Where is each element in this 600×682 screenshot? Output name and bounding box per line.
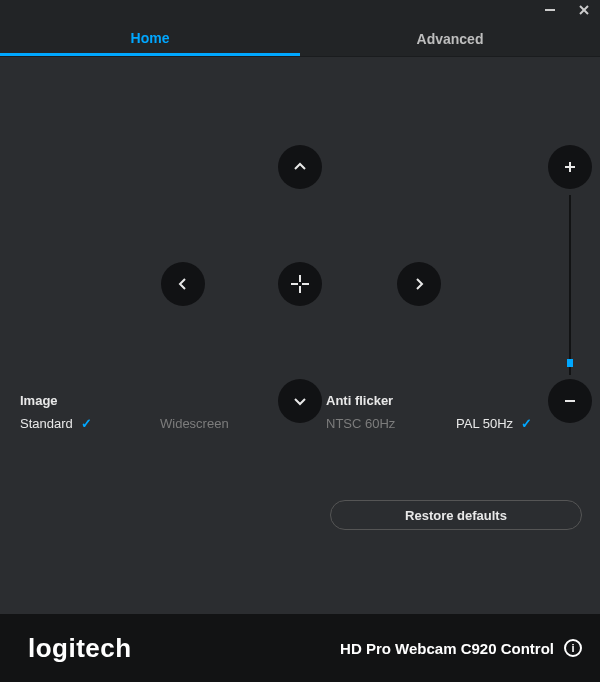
zoom-in-button[interactable] (548, 145, 592, 189)
antiflicker-section-label: Anti flicker (326, 393, 586, 408)
chevron-left-icon (175, 276, 191, 292)
antiflicker-section: Anti flicker NTSC 60Hz ✓ PAL 50Hz ✓ (326, 377, 586, 431)
pan-left-button[interactable] (161, 262, 205, 306)
logitech-logo: logitech (28, 633, 132, 664)
main-panel: Image Standard ✓ Widescreen ✓ Anti flick… (0, 56, 600, 614)
option-label: Widescreen (160, 416, 229, 431)
image-section-label: Image (20, 393, 300, 408)
product-name: HD Pro Webcam C920 Control (340, 640, 554, 657)
check-icon: ✓ (81, 416, 92, 431)
footer: logitech HD Pro Webcam C920 Control i (0, 614, 600, 682)
option-label: PAL 50Hz (456, 416, 513, 431)
recenter-icon (289, 273, 311, 295)
plus-icon (562, 159, 578, 175)
check-icon: ✓ (521, 416, 532, 431)
antiflicker-option-ntsc[interactable]: NTSC 60Hz ✓ (326, 416, 456, 431)
chevron-up-icon (292, 159, 308, 175)
minimize-icon[interactable] (544, 4, 556, 19)
options-area: Image Standard ✓ Widescreen ✓ Anti flick… (0, 377, 600, 477)
info-icon[interactable]: i (564, 639, 582, 657)
pan-tilt-zoom-area (0, 57, 600, 377)
image-section: Image Standard ✓ Widescreen ✓ (20, 377, 300, 431)
tab-advanced[interactable]: Advanced (300, 22, 600, 56)
zoom-slider-handle[interactable] (567, 359, 573, 367)
option-label: NTSC 60Hz (326, 416, 395, 431)
image-option-widescreen[interactable]: Widescreen ✓ (160, 416, 229, 431)
pan-right-button[interactable] (397, 262, 441, 306)
tab-bar: Home Advanced (0, 22, 600, 56)
pan-up-button[interactable] (278, 145, 322, 189)
zoom-slider-track[interactable] (569, 195, 571, 375)
window-controls (0, 0, 600, 22)
close-icon[interactable] (578, 4, 590, 19)
chevron-right-icon (411, 276, 427, 292)
antiflicker-option-pal[interactable]: PAL 50Hz ✓ (456, 416, 532, 431)
option-label: Standard (20, 416, 73, 431)
restore-row: Restore defaults (0, 500, 600, 530)
tab-home[interactable]: Home (0, 22, 300, 56)
pan-recenter-button[interactable] (278, 262, 322, 306)
image-option-standard[interactable]: Standard ✓ (20, 416, 160, 431)
restore-defaults-button[interactable]: Restore defaults (330, 500, 582, 530)
